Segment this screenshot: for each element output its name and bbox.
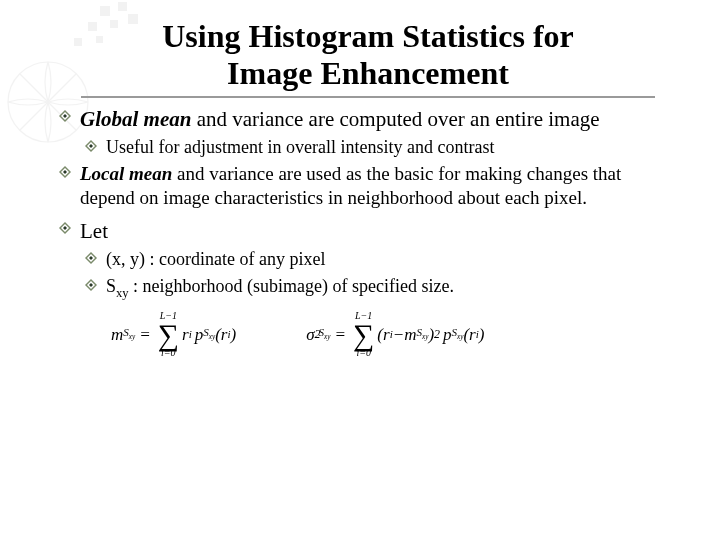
sub-bullet-global-useful: Useful for adjustment in overall intensi… <box>82 136 680 159</box>
bullet-local-mean: Local mean and variance are used as the … <box>56 162 680 210</box>
formula-row: mSxy = L−1 ∑ i=0 ri pSxy (ri) σ2Sxy = L−… <box>111 311 680 358</box>
bullet-text: Let <box>80 218 680 244</box>
diamond-bullet-icon <box>56 106 74 126</box>
summation-icon: L−1 ∑ i=0 <box>158 311 179 358</box>
diamond-bullet-icon <box>56 162 74 182</box>
bullet-let: Let <box>56 218 680 244</box>
diamond-bullet-icon <box>56 218 74 238</box>
bullet-text: Useful for adjustment in overall intensi… <box>106 136 680 159</box>
bullet-text: Local mean and variance are used as the … <box>80 162 680 210</box>
formula-local-mean: mSxy = L−1 ∑ i=0 ri pSxy (ri) <box>111 311 236 358</box>
bullet-text: Sxy : neighborhood (subimage) of specifi… <box>106 275 680 301</box>
sub-bullet-sxy-neighborhood: Sxy : neighborhood (subimage) of specifi… <box>82 275 680 301</box>
bullet-text: (x, y) : coordinate of any pixel <box>106 248 680 271</box>
slide-title: Using Histogram Statistics for Image Enh… <box>56 18 680 92</box>
diamond-bullet-icon <box>82 275 100 295</box>
slide-body: Global mean and variance are computed ov… <box>56 106 680 358</box>
diamond-bullet-icon <box>82 136 100 156</box>
title-line-2: Image Enhancement <box>227 55 509 91</box>
sub-bullet-xy-coord: (x, y) : coordinate of any pixel <box>82 248 680 271</box>
diamond-bullet-icon <box>82 248 100 268</box>
term-global-mean: Global mean <box>80 107 191 131</box>
title-underline <box>81 96 655 98</box>
bullet-global-mean: Global mean and variance are computed ov… <box>56 106 680 132</box>
bullet-text: Global mean and variance are computed ov… <box>80 106 680 132</box>
title-line-1: Using Histogram Statistics for <box>162 18 574 54</box>
term-local-mean: Local mean <box>80 163 172 184</box>
formula-local-variance: σ2Sxy = L−1 ∑ i=0 (ri − mSxy)2 pSxy (ri) <box>306 311 484 358</box>
summation-icon: L−1 ∑ i=0 <box>353 311 374 358</box>
